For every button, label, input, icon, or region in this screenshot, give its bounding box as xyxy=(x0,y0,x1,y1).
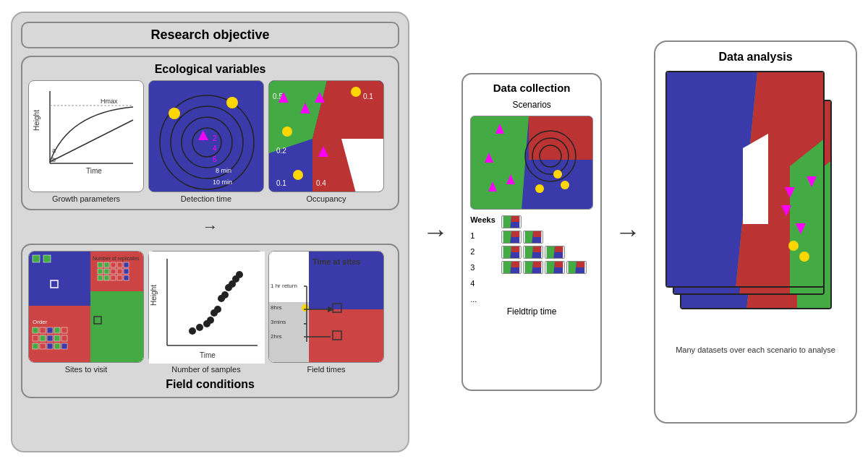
svg-point-85 xyxy=(196,324,203,331)
week-2-thumb-1 xyxy=(501,231,522,244)
svg-rect-72 xyxy=(33,343,38,349)
research-objective-box: Research objective Ecological variables … xyxy=(11,12,409,452)
week-4-row xyxy=(501,261,587,274)
samples-label: Number of samples xyxy=(171,365,240,374)
svg-marker-130 xyxy=(511,216,519,222)
svg-rect-71 xyxy=(61,335,67,341)
detection-time-panel: 2 4 6 8 min 10 min xyxy=(148,80,264,192)
svg-rect-65 xyxy=(54,327,60,333)
week-4-thumb-2 xyxy=(523,261,543,274)
svg-rect-66 xyxy=(61,327,67,333)
svg-rect-46 xyxy=(98,262,103,267)
svg-point-33 xyxy=(293,170,303,180)
scenarios-label: Scenarios xyxy=(470,100,593,110)
week-3-thumb-3 xyxy=(545,246,565,259)
svg-marker-135 xyxy=(525,231,533,243)
right-arrow-2: → xyxy=(615,217,641,247)
data-collection-title: Data collection xyxy=(470,82,593,94)
data-collection-box: Data collection Scenarios xyxy=(461,73,602,391)
svg-point-87 xyxy=(207,317,214,324)
svg-marker-172 xyxy=(743,134,768,224)
svg-marker-145 xyxy=(555,246,563,252)
svg-point-103 xyxy=(302,304,309,312)
svg-point-31 xyxy=(351,87,361,97)
svg-marker-156 xyxy=(569,262,576,273)
scenario-svg xyxy=(471,116,593,210)
svg-rect-59 xyxy=(117,275,122,280)
svg-marker-133 xyxy=(511,231,519,237)
sites-panel: Number of replicates xyxy=(28,251,144,363)
week-4-thumb-4 xyxy=(566,261,587,274)
growth-chart: Height Time Hmax a b xyxy=(32,84,140,178)
svg-rect-73 xyxy=(40,343,46,349)
svg-rect-62 xyxy=(33,327,38,333)
ecological-title: Ecological variables xyxy=(28,63,392,76)
field-times-label: Field times xyxy=(307,365,345,374)
svg-text:2: 2 xyxy=(213,134,217,142)
svg-text:Time: Time xyxy=(86,167,102,175)
week-4-thumb-1 xyxy=(501,261,522,274)
field-times-chart: Time at sites 1 hr return 8hrs 3mins 2hr… xyxy=(269,252,384,363)
svg-marker-138 xyxy=(503,246,511,258)
svg-point-95 xyxy=(236,271,243,278)
svg-rect-48 xyxy=(111,262,116,267)
svg-rect-76 xyxy=(61,343,67,349)
svg-rect-57 xyxy=(104,275,109,280)
svg-rect-64 xyxy=(47,327,53,333)
occupancy-chart: 0.5 0.1 0.2 0.2 0.1 0.4 xyxy=(269,81,384,192)
week-3-thumb-1 xyxy=(501,246,522,259)
svg-text:Height: Height xyxy=(33,110,41,131)
svg-marker-42 xyxy=(90,291,144,363)
svg-text:0.1: 0.1 xyxy=(276,179,286,187)
fieldtrip-section: Weeks 1 2 3 4 ... xyxy=(470,215,593,317)
week-3-row xyxy=(501,246,587,259)
svg-rect-47 xyxy=(104,262,109,267)
svg-text:6: 6 xyxy=(213,155,217,163)
svg-rect-55 xyxy=(124,269,129,274)
svg-text:Hmax: Hmax xyxy=(101,98,118,105)
data-analysis-box: Data analysis xyxy=(654,40,857,424)
svg-marker-136 xyxy=(533,231,541,237)
field-panels: Number of replicates xyxy=(28,251,392,374)
svg-point-18 xyxy=(169,108,180,119)
fieldtrip-label: Fieldtrip time xyxy=(470,306,593,317)
detection-chart: 2 4 6 8 min 10 min xyxy=(149,81,264,192)
right-arrow-1: → xyxy=(422,217,448,247)
svg-point-84 xyxy=(189,327,196,335)
svg-text:Time: Time xyxy=(200,351,216,359)
svg-rect-43 xyxy=(33,255,40,262)
week-2-row xyxy=(501,231,587,244)
svg-text:1 hr return: 1 hr return xyxy=(271,283,297,289)
svg-point-174 xyxy=(799,252,809,262)
svg-point-122 xyxy=(561,181,569,189)
svg-point-173 xyxy=(788,241,799,251)
svg-marker-99 xyxy=(269,302,309,363)
detection-label: Detection time xyxy=(181,194,231,203)
svg-text:b: b xyxy=(52,156,56,163)
ecological-variables-box: Ecological variables Height Time xyxy=(21,56,399,210)
svg-marker-129 xyxy=(503,216,511,228)
stacked-maps xyxy=(665,71,846,338)
svg-marker-139 xyxy=(511,246,519,252)
svg-rect-54 xyxy=(117,269,122,274)
svg-text:Height: Height xyxy=(150,285,158,306)
svg-rect-50 xyxy=(124,262,129,267)
svg-marker-157 xyxy=(576,262,584,267)
growth-parameters-panel: Height Time Hmax a b xyxy=(28,80,144,192)
svg-text:Order: Order xyxy=(33,319,48,325)
week-thumbnails xyxy=(501,215,587,274)
samples-chart: Height Time xyxy=(149,252,265,364)
field-times-panel: Time at sites 1 hr return 8hrs 3mins 2hr… xyxy=(268,251,384,363)
field-title: Field conditions xyxy=(28,378,392,391)
week-1-row xyxy=(501,215,587,228)
week-1-thumb xyxy=(501,215,522,228)
week-3: 3 xyxy=(470,263,495,272)
week-4: 4 xyxy=(470,279,495,288)
svg-text:2hrs: 2hrs xyxy=(271,333,282,340)
svg-point-91 xyxy=(221,291,229,298)
svg-rect-75 xyxy=(54,343,60,349)
svg-rect-52 xyxy=(104,269,109,274)
svg-marker-141 xyxy=(525,246,533,258)
svg-marker-153 xyxy=(547,262,555,273)
svg-rect-69 xyxy=(47,335,53,341)
